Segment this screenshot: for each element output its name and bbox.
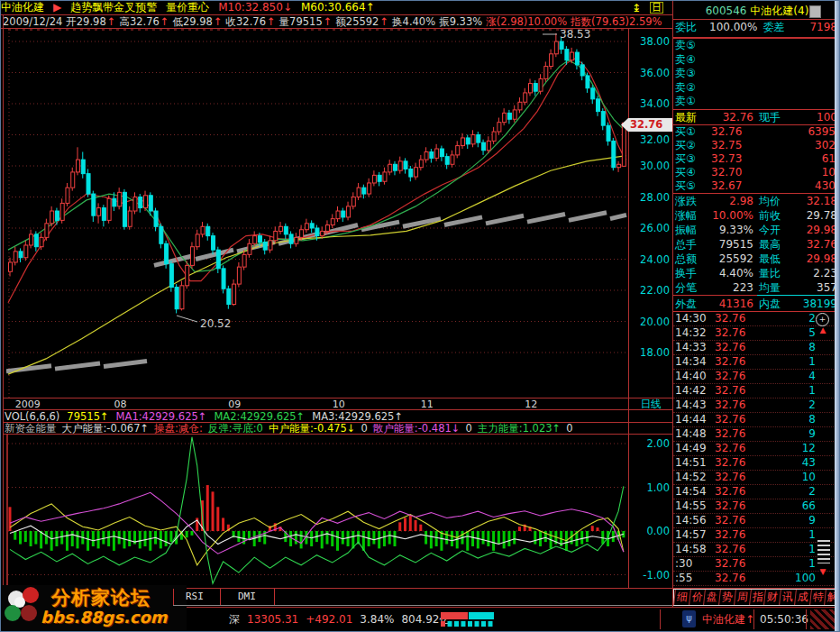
quote-segment: 2009/12/24 (3, 15, 62, 28)
energy-line-主力能量 (10, 437, 624, 584)
period-label[interactable]: 日线 (629, 398, 672, 409)
pin-icon[interactable]: ↨ (632, 2, 641, 14)
stat-row: 换手4.40%量比2.23 (673, 266, 840, 280)
price-tick-label: 18.00 (630, 347, 670, 359)
ma-line-MA-fast (8, 59, 626, 303)
index-segment: +492.01 (306, 613, 352, 626)
vol-segment: MA1:42929.625↑ (116, 410, 207, 423)
index-segment: 13305.31 (247, 613, 298, 626)
quote-segment: 指数(79.63)2.59% (571, 15, 662, 28)
title-segment: 中油化建 (1, 1, 44, 14)
tick-row: 14:4332.762 (673, 398, 840, 413)
tick-row: 14:5732.761 (673, 528, 840, 543)
up-arrow: ↑ (214, 15, 223, 28)
buy-row: 买④32.7010 (673, 166, 840, 179)
month-tick-label: 09 (228, 398, 241, 410)
ma-line-MA-mid (8, 60, 626, 272)
status-bar: 深13305.31+492.013.84%804.92亿 ψ 中油化建↑ 05:… (3, 608, 839, 631)
tick-row: 14:3332.768 (673, 341, 840, 355)
price-tick-label: 20.00 (630, 316, 670, 328)
quote-segment: 振9.33% (439, 15, 482, 28)
buy-row: 买①32.766395 (673, 125, 840, 139)
up-arrow: ↑ (267, 15, 276, 28)
quote-tab-成[interactable]: 成 (794, 590, 811, 605)
scrollbar-thumb[interactable] (817, 540, 830, 563)
title-segment: 趋势飘带金叉预警 (70, 1, 157, 14)
month-tick-label: 12 (525, 398, 537, 410)
up-arrow: ↑ (379, 15, 388, 28)
sell-row: 卖② (673, 81, 840, 96)
title-segment: M10:32.850↓ (218, 1, 292, 14)
tick-row: 14:5132.7643 (673, 456, 840, 471)
quote-tab-周[interactable]: 周 (734, 590, 751, 605)
indicator-tab-dmi[interactable]: DMI (238, 591, 256, 602)
quote-tab-势[interactable]: 势 (718, 590, 735, 605)
month-tick-label: 08 (114, 398, 126, 410)
tick-row: 14:5832.761 (673, 543, 840, 557)
last-price-tag: 32.76 (621, 118, 672, 132)
quote-segment: 高32.76 (119, 15, 159, 28)
quote-segment: 开29.98 (66, 15, 105, 28)
up-arrow: ↑ (107, 15, 116, 28)
status-stock-name[interactable]: 中油化建↑ (702, 608, 754, 631)
price-tick-label: 36.00 (630, 68, 670, 79)
month-tick-label: 11 (421, 398, 434, 410)
index-segment: 3.84% (360, 613, 394, 626)
price-annotation: 38.53 (560, 29, 590, 41)
quote-tab-细[interactable]: 细 (673, 590, 690, 605)
window-edge (835, 1, 840, 632)
price-tick-label: 32.00 (630, 134, 670, 146)
tick-row: 14:3432.761 (673, 355, 840, 370)
up-arrow: ↑ (324, 15, 333, 28)
weibi-row: 委比100.00%委差7198 (673, 20, 840, 39)
tick-row: 14:5532.7666 (673, 499, 840, 514)
energy-line-散户能量 (10, 492, 624, 554)
indicator-tab-rsi[interactable]: RSI (186, 591, 204, 602)
tick-row: 14:5432.762 (673, 485, 840, 499)
tick-row: 14:4432.768 (673, 413, 840, 427)
indicator-tick-label: 1.00 (630, 482, 670, 494)
fund-segment: 散户能量:-0.481↓ (373, 422, 461, 435)
quote-panel: 600546 中油化建(4) 委比100.00%委差7198卖⑤卖④卖③卖②卖①… (673, 3, 840, 589)
candlestick-chart[interactable]: 38.5320.52 (6, 29, 628, 398)
crosshair-icon[interactable]: + (816, 313, 829, 326)
stat-row: 总手79515最高32.76 (673, 237, 840, 252)
tick-row: 14:5632.769 (673, 514, 840, 528)
stat-row: 涨幅10.00%前收29.78 (673, 208, 840, 223)
quote-segment: 低29.98 (172, 15, 212, 28)
fund-segment: 0 (566, 422, 572, 435)
indicator-tick-label: -1.00 (630, 570, 670, 582)
fund-segment: 反弹:寻底:0 (208, 422, 263, 435)
month-tick-label: 2009 (15, 398, 41, 410)
month-tick-label: 10 (333, 398, 345, 410)
network-status-icon: ψ (682, 610, 696, 627)
fund-energy-bar[interactable]: 新资金能量大户能量:-0.067↑操盘:减仓:反弹:寻底:0中户能量:-0.47… (5, 423, 671, 434)
time-axis: 20090809101112 (3, 398, 628, 409)
fund-segment: 主力能量:1.023↑ (478, 422, 561, 435)
price-tick-label: 38.00 (630, 36, 670, 48)
price-annotation: 20.52 (200, 317, 231, 330)
fund-energy-chart[interactable] (6, 435, 628, 588)
quote-segment: 换4.40% (392, 15, 435, 28)
stock-code: 600546 (706, 5, 747, 17)
panel-scroll-widget[interactable] (809, 5, 821, 18)
statusbar-decoration (810, 609, 835, 629)
tick-row: 14:4032.764 (673, 370, 840, 384)
quote-tab-财[interactable]: 财 (764, 590, 781, 605)
period-icon[interactable]: 日 (650, 2, 663, 14)
index-segment: 深 (229, 613, 240, 626)
quote-tab-strip: 细价盘势周指财讯成特解 (673, 589, 840, 606)
indicator-tick-label: 2.00 (630, 438, 670, 450)
indicator-tick-label: 0.00 (630, 526, 670, 537)
volume-indicator-bar[interactable]: VOL(6,6,6)79515↑MA1:42929.625↑MA2:42929.… (5, 411, 671, 422)
fund-segment: 操盘:减仓: (154, 422, 203, 435)
fund-segment: 中户能量:-0.475↓ (269, 422, 356, 435)
forum-logo-text: 分析家论坛 (51, 585, 151, 610)
stock-name: 中油化建(4) (750, 5, 808, 17)
scroll-up-icon[interactable]: ▲ (816, 325, 830, 334)
trading-app-window: 中油化建▶趋势飘带金叉预警量价重心M10:32.850↓M60:30.664↑ … (0, 0, 840, 632)
buy-row: 买③32.7361 (673, 152, 840, 166)
daily-quote-bar: 2009/12/24开29.98↑高32.76↑低29.98↑收32.76↑量7… (3, 15, 672, 28)
scroll-down-icon[interactable]: ▼ (816, 567, 830, 576)
quote-tab-讯[interactable]: 讯 (779, 590, 796, 605)
